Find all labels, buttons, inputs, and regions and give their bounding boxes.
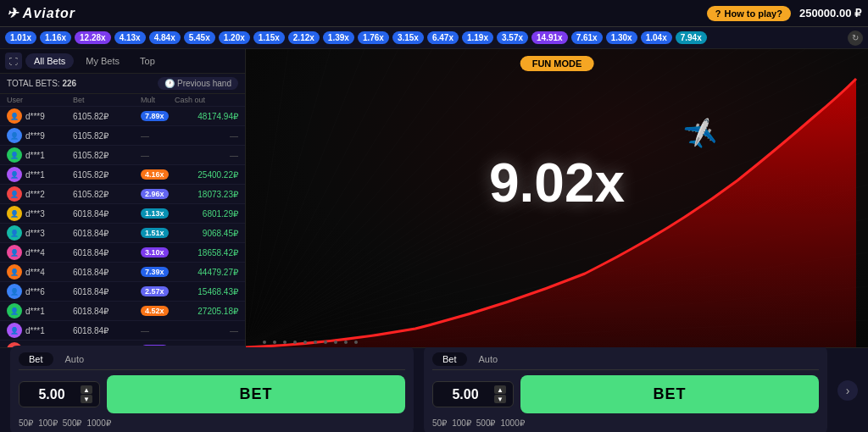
bet-widget-2-tab-bet[interactable]: Bet bbox=[432, 352, 467, 366]
quick-amt-1000-1[interactable]: 1000₽ bbox=[87, 418, 111, 428]
quick-amt-50-1[interactable]: 50₽ bbox=[19, 418, 33, 428]
table-row: 👤 d***4 6018.84₽ 7.39x 44479.27₽ bbox=[0, 263, 245, 282]
mult-cell: 3.10x bbox=[141, 247, 175, 258]
bet-amount: 6105.82₽ bbox=[73, 190, 141, 199]
quick-amt-100-1[interactable]: 100₽ bbox=[38, 418, 58, 428]
tab-all-bets[interactable]: All Bets bbox=[25, 53, 74, 69]
bet-widget-1-tab-auto[interactable]: Auto bbox=[55, 352, 95, 366]
quick-amt-1000-2[interactable]: 1000₽ bbox=[501, 418, 525, 428]
mult-cell: 4.52x bbox=[141, 306, 175, 316]
quick-amt-500-1[interactable]: 500₽ bbox=[63, 418, 82, 428]
cashout-cell: 48174.94₽ bbox=[175, 112, 238, 121]
mult-cell: 4.16x bbox=[141, 169, 175, 180]
mult-badge[interactable]: 4.84x bbox=[149, 31, 181, 44]
dot bbox=[263, 341, 266, 344]
bet-amount: 6105.82₽ bbox=[73, 112, 141, 121]
user-cell: 👤 d***9 bbox=[7, 108, 73, 124]
bet-widget-1: Bet Auto ▲ ▼ BET 50₽ 100₽ 500₽ 1000₽ bbox=[10, 346, 414, 432]
mult-badge[interactable]: 6.47x bbox=[427, 31, 459, 44]
how-to-play-button[interactable]: ? How to play? bbox=[707, 6, 791, 21]
stepper-up-1[interactable]: ▲ bbox=[81, 385, 92, 394]
username: d***1 bbox=[25, 151, 45, 160]
user-cell: 👤 d***3 bbox=[7, 206, 73, 221]
bet-amount-input-1[interactable] bbox=[26, 387, 77, 402]
mult-badge[interactable]: 1.19x bbox=[462, 31, 493, 44]
mult-badge[interactable]: 1.30x bbox=[606, 31, 637, 44]
mult-badge[interactable]: 12.28x bbox=[75, 31, 111, 44]
tab-top[interactable]: Top bbox=[131, 53, 164, 69]
bet-widget-1-tab-bet[interactable]: Bet bbox=[19, 352, 53, 366]
username: d***1 bbox=[25, 170, 45, 180]
bet-amount: 6018.84₽ bbox=[73, 268, 141, 277]
bet-stepper-1: ▲ ▼ bbox=[81, 385, 92, 403]
mult-cell: 7.89x bbox=[141, 111, 175, 121]
mult-badge[interactable]: 1.39x bbox=[323, 31, 354, 44]
bottom-panel: Bet Auto ▲ ▼ BET 50₽ 100₽ 500₽ 1000₽ Bet… bbox=[0, 347, 868, 432]
mult-badge[interactable]: 14.91x bbox=[531, 31, 568, 44]
bets-tabs: ⛶ All Bets My Bets Top bbox=[0, 49, 245, 74]
quick-amt-100-2[interactable]: 100₽ bbox=[452, 418, 471, 428]
table-row: 👤 d***1 6105.82₽ 4.16x 25400.22₽ bbox=[0, 165, 245, 185]
mult-cell: — bbox=[141, 151, 175, 160]
mult-badge[interactable]: 1.20x bbox=[219, 31, 250, 44]
mult-badge[interactable]: 2.12x bbox=[288, 31, 320, 44]
fullscreen-button[interactable]: ⛶ bbox=[5, 53, 22, 69]
mult-badge[interactable]: 1.16x bbox=[40, 31, 71, 44]
avatar: 👤 bbox=[7, 186, 22, 202]
user-cell: 👤 d***3 bbox=[7, 225, 73, 241]
mult-badge[interactable]: 1.15x bbox=[253, 31, 285, 44]
bet-widget-1-tabs: Bet Auto bbox=[19, 352, 405, 370]
bet-button-1[interactable]: BET bbox=[107, 375, 405, 413]
dot bbox=[324, 341, 327, 344]
mult-cell: — bbox=[141, 326, 175, 335]
mult-badge[interactable]: 7.94x bbox=[676, 31, 707, 44]
quick-amt-50-2[interactable]: 50₽ bbox=[432, 418, 447, 428]
header-right: ? How to play? 250000.00 ₽ bbox=[707, 6, 861, 21]
table-row: 👤 d***3 6018.84₽ 1.13x 6801.29₽ bbox=[0, 204, 245, 224]
table-row: 👤 d***2 6105.82₽ 2.96x 18073.23₽ bbox=[0, 185, 245, 204]
game-area: FUN MODE 9.02x ✈️ bbox=[246, 49, 868, 347]
bet-amount: 6018.84₽ bbox=[73, 209, 141, 219]
cashout-cell: 18658.42₽ bbox=[175, 248, 238, 258]
quick-amt-500-2[interactable]: 500₽ bbox=[476, 418, 496, 428]
avatar: 👤 bbox=[7, 245, 22, 260]
bet-amount: 6018.84₽ bbox=[73, 307, 141, 316]
header: ✈ Aviator ? How to play? 250000.00 ₽ bbox=[0, 0, 868, 27]
mult-badge[interactable]: 3.15x bbox=[392, 31, 424, 44]
mult-badge[interactable]: 7.61x bbox=[571, 31, 603, 44]
mult-cell: 7.39x bbox=[141, 267, 175, 277]
stepper-down-1[interactable]: ▼ bbox=[81, 395, 92, 403]
stepper-up-2[interactable]: ▲ bbox=[494, 385, 506, 394]
mult-badge[interactable]: 1.04x bbox=[641, 31, 672, 44]
mult-badge[interactable]: 1.01x bbox=[5, 31, 36, 44]
cashout-cell: 44479.27₽ bbox=[175, 268, 238, 277]
stepper-down-2[interactable]: ▼ bbox=[494, 395, 506, 403]
bet-button-2[interactable]: BET bbox=[520, 375, 819, 413]
prev-hand-button[interactable]: 🕐 Previous hand bbox=[158, 77, 238, 90]
avatar: 👤 bbox=[7, 264, 22, 280]
mult-badge[interactable]: 5.45x bbox=[184, 31, 215, 44]
tab-my-bets[interactable]: My Bets bbox=[77, 53, 128, 69]
avatar: 👤 bbox=[7, 108, 22, 124]
bet-amount: 6105.82₽ bbox=[73, 170, 141, 180]
refresh-icon[interactable]: ↻ bbox=[848, 30, 863, 46]
dot bbox=[293, 341, 297, 344]
mult-cell: 1.13x bbox=[141, 208, 175, 219]
dot bbox=[303, 341, 307, 344]
bet-amount-input-2[interactable] bbox=[440, 387, 491, 402]
fun-mode-badge: FUN MODE bbox=[520, 56, 594, 71]
table-row: 👤 d***9 6105.82₽ — — bbox=[0, 126, 245, 146]
avatar: 👤 bbox=[7, 284, 22, 299]
table-row: 👤 d***6 6018.84₽ 2.57x 15468.43₽ bbox=[0, 282, 245, 302]
mult-badge[interactable]: 3.57x bbox=[497, 31, 528, 44]
bets-list: 👤 d***9 6105.82₽ 7.89x 48174.94₽ 👤 d***9… bbox=[0, 107, 245, 347]
bet-amount: 6018.84₽ bbox=[73, 326, 141, 335]
cashout-cell: 6801.29₽ bbox=[175, 209, 238, 219]
logo: ✈ Aviator bbox=[7, 5, 75, 21]
mult-badge[interactable]: 1.76x bbox=[358, 31, 389, 44]
cashout-cell: — bbox=[175, 326, 238, 335]
bet-widget-2-tab-auto[interactable]: Auto bbox=[469, 352, 509, 366]
scroll-right-button[interactable]: › bbox=[837, 380, 858, 401]
mult-badge[interactable]: 4.13x bbox=[114, 31, 146, 44]
main-content: ⛶ All Bets My Bets Top TOTAL BETS: 226 🕐… bbox=[0, 49, 868, 347]
